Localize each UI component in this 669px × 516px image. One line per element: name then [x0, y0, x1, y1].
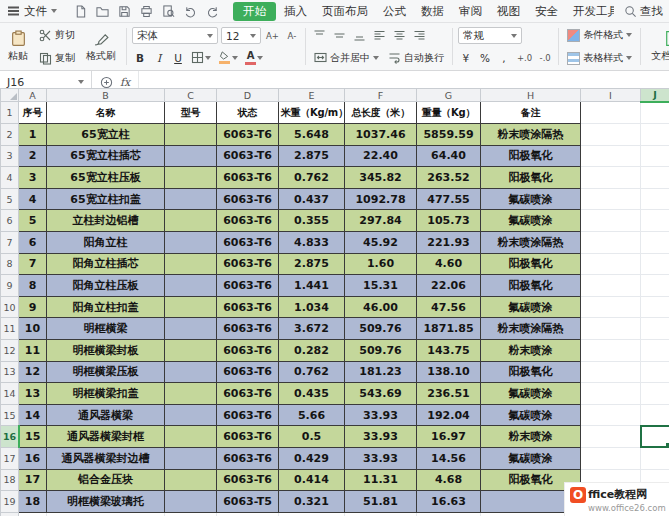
cell-D3[interactable]: 6063-T6 — [217, 145, 279, 167]
tab-review[interactable]: 审阅 — [452, 2, 489, 21]
cell-F5[interactable]: 1092.78 — [345, 188, 417, 210]
cell-J12[interactable] — [641, 339, 669, 361]
cell-F3[interactable]: 22.40 — [345, 145, 417, 167]
cell-D16[interactable]: 6063-T6 — [217, 426, 279, 448]
shrink-font-button[interactable]: A- — [284, 27, 300, 44]
cell-C17[interactable] — [165, 447, 217, 469]
row-header-7[interactable]: 7 — [1, 231, 19, 253]
cell-J11[interactable] — [641, 318, 669, 340]
cell-H7[interactable]: 粉末喷涂隔热 — [481, 231, 581, 253]
row-header-8[interactable]: 8 — [1, 253, 19, 275]
row-header-2[interactable]: 2 — [1, 124, 19, 146]
cell-I13[interactable] — [581, 361, 641, 383]
cell-I10[interactable] — [581, 296, 641, 318]
cell-H4[interactable]: 阳极氧化 — [481, 167, 581, 189]
tab-formulas[interactable]: 公式 — [376, 2, 413, 21]
cell-A13[interactable]: 12 — [19, 361, 47, 383]
currency-button[interactable]: ¥ — [458, 49, 474, 66]
cell-J15[interactable] — [641, 404, 669, 426]
cell-H17[interactable]: 氟碳喷涂 — [481, 447, 581, 469]
row-header-15[interactable]: 15 — [1, 404, 19, 426]
column-header-B[interactable]: B — [47, 89, 165, 102]
align-right-button[interactable] — [411, 27, 428, 44]
cell-E16[interactable]: 0.5 — [279, 426, 345, 448]
cell-G1[interactable]: 重量（Kg） — [417, 102, 481, 124]
cell-J8[interactable] — [641, 253, 669, 275]
cell-D18[interactable]: 6063-T6 — [217, 469, 279, 491]
row-header-13[interactable]: 13 — [1, 361, 19, 383]
cell-G5[interactable]: 477.55 — [417, 188, 481, 210]
redo-button[interactable] — [204, 3, 220, 19]
cell-C3[interactable] — [165, 145, 217, 167]
cell-D12[interactable]: 6063-T6 — [217, 339, 279, 361]
cell-G11[interactable]: 1871.85 — [417, 318, 481, 340]
cell-I7[interactable] — [581, 231, 641, 253]
row-header-9[interactable]: 9 — [1, 275, 19, 297]
cell-A18[interactable]: 17 — [19, 469, 47, 491]
cell-D8[interactable]: 6063-T6 — [217, 253, 279, 275]
row-header-18[interactable]: 18 — [1, 469, 19, 491]
cell-C5[interactable] — [165, 188, 217, 210]
cell-J7[interactable] — [641, 231, 669, 253]
comma-style-button[interactable]: , — [496, 49, 512, 66]
conditional-format-button[interactable]: 条件格式 — [564, 26, 635, 44]
column-header-G[interactable]: G — [417, 89, 481, 102]
cell-J17[interactable] — [641, 447, 669, 469]
cell-F19[interactable]: 51.81 — [345, 491, 417, 513]
cell-I2[interactable] — [581, 124, 641, 146]
cell-F20[interactable] — [345, 512, 417, 516]
cell-B12[interactable]: 明框横梁封板 — [47, 339, 165, 361]
cell-A16[interactable]: 15 — [19, 426, 47, 448]
cell-E2[interactable]: 5.648 — [279, 124, 345, 146]
cell-D6[interactable]: 6063-T6 — [217, 210, 279, 232]
cell-I16[interactable] — [581, 426, 641, 448]
cell-G17[interactable]: 14.56 — [417, 447, 481, 469]
cell-D13[interactable]: 6063-T6 — [217, 361, 279, 383]
cell-J10[interactable] — [641, 296, 669, 318]
cell-C14[interactable] — [165, 383, 217, 405]
cell-B1[interactable]: 名称 — [47, 102, 165, 124]
cell-B16[interactable]: 通风器横梁封框 — [47, 426, 165, 448]
align-top-button[interactable] — [311, 27, 328, 44]
undo-button[interactable] — [182, 3, 198, 19]
align-center-button[interactable] — [391, 27, 408, 44]
open-file-button[interactable] — [94, 3, 110, 19]
decrease-decimal-button[interactable]: -.0 — [537, 49, 553, 66]
merge-center-button[interactable]: 合并居中 — [311, 49, 382, 67]
cell-F13[interactable]: 181.23 — [345, 361, 417, 383]
align-left-button[interactable] — [371, 27, 388, 44]
cell-J4[interactable] — [641, 167, 669, 189]
cell-I17[interactable] — [581, 447, 641, 469]
cell-A5[interactable]: 4 — [19, 188, 47, 210]
row-header-5[interactable]: 5 — [1, 188, 19, 210]
cell-J9[interactable] — [641, 275, 669, 297]
cell-D7[interactable]: 6063-T6 — [217, 231, 279, 253]
cell-H3[interactable]: 阳极氧化 — [481, 145, 581, 167]
cell-F6[interactable]: 297.84 — [345, 210, 417, 232]
cell-C7[interactable] — [165, 231, 217, 253]
grow-font-button[interactable]: A+ — [264, 27, 281, 44]
cell-G2[interactable]: 5859.59 — [417, 124, 481, 146]
cell-E11[interactable]: 3.672 — [279, 318, 345, 340]
cell-E8[interactable]: 2.875 — [279, 253, 345, 275]
insert-function-button[interactable]: fx — [120, 76, 130, 89]
cell-I8[interactable] — [581, 253, 641, 275]
cell-D5[interactable]: 6063-T6 — [217, 188, 279, 210]
cell-A4[interactable]: 3 — [19, 167, 47, 189]
cell-G4[interactable]: 263.52 — [417, 167, 481, 189]
cell-B14[interactable]: 明框横梁扣盖 — [47, 383, 165, 405]
cell-I6[interactable] — [581, 210, 641, 232]
column-header-C[interactable]: C — [165, 89, 217, 102]
cell-H8[interactable]: 阳极氧化 — [481, 253, 581, 275]
row-header-6[interactable]: 6 — [1, 210, 19, 232]
cell-C6[interactable] — [165, 210, 217, 232]
cell-D2[interactable]: 6063-T6 — [217, 124, 279, 146]
cell-C18[interactable] — [165, 469, 217, 491]
print-button[interactable] — [138, 3, 154, 19]
tab-view[interactable]: 视图 — [490, 2, 527, 21]
row-header-11[interactable]: 11 — [1, 318, 19, 340]
cell-A3[interactable]: 2 — [19, 145, 47, 167]
new-file-button[interactable] — [72, 3, 88, 19]
cell-D14[interactable]: 6063-T6 — [217, 383, 279, 405]
font-color-button[interactable]: A — [243, 49, 265, 66]
